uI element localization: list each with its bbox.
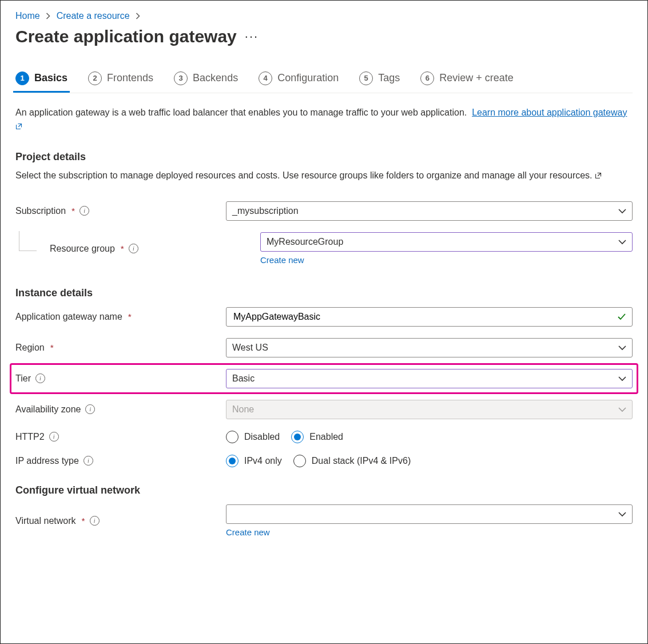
tier-label: Tier xyxy=(15,373,31,384)
required-asterisk: * xyxy=(50,343,54,353)
instance-details-heading: Instance details xyxy=(15,287,633,299)
required-asterisk: * xyxy=(82,516,85,526)
tab-backends[interactable]: 3 Backends xyxy=(174,68,238,92)
tab-step-number: 5 xyxy=(359,71,373,85)
tab-label: Backends xyxy=(193,72,238,84)
tab-step-number: 1 xyxy=(15,71,29,85)
resource-group-value: MyResourceGroup xyxy=(267,237,343,247)
project-details-heading: Project details xyxy=(15,151,633,163)
http2-enabled-radio[interactable]: Enabled xyxy=(291,431,343,443)
app-gateway-name-field[interactable] xyxy=(232,307,613,327)
radio-label: Dual stack (IPv4 & IPv6) xyxy=(312,456,411,466)
page-title: Create application gateway xyxy=(15,26,237,47)
chevron-right-icon xyxy=(136,13,141,19)
virtual-network-label: Virtual network xyxy=(15,516,76,526)
radio-label: Disabled xyxy=(244,432,280,442)
tab-label: Review + create xyxy=(439,72,514,84)
chevron-down-icon xyxy=(618,511,626,517)
intro-text: An application gateway is a web traffic … xyxy=(15,106,633,134)
chevron-right-icon xyxy=(46,13,51,19)
chevron-down-icon xyxy=(618,208,626,214)
tier-value: Basic xyxy=(232,373,255,384)
required-asterisk: * xyxy=(128,312,132,322)
http2-radio-group: Disabled Enabled xyxy=(226,431,633,443)
external-link-icon xyxy=(15,122,22,131)
tab-label: Tags xyxy=(378,72,400,84)
region-label: Region xyxy=(15,343,45,353)
ip-type-label: IP address type xyxy=(15,456,79,466)
ip-type-radio-group: IPv4 only Dual stack (IPv4 & IPv6) xyxy=(226,455,633,467)
info-icon[interactable]: i xyxy=(79,206,89,216)
resource-group-label: Resource group xyxy=(50,244,115,254)
tab-label: Configuration xyxy=(277,72,339,84)
check-icon xyxy=(617,312,626,321)
breadcrumb: Home Create a resource xyxy=(15,11,633,21)
app-gateway-name-label: Application gateway name xyxy=(15,312,122,322)
resource-group-dropdown[interactable]: MyResourceGroup xyxy=(260,232,633,252)
chevron-down-icon xyxy=(618,407,626,412)
subscription-dropdown[interactable]: _mysubscription xyxy=(226,201,633,221)
info-icon[interactable]: i xyxy=(129,244,138,253)
info-icon[interactable]: i xyxy=(85,404,95,414)
tier-dropdown[interactable]: Basic xyxy=(226,369,633,388)
chevron-down-icon xyxy=(618,239,626,245)
intro-copy: An application gateway is a web traffic … xyxy=(15,108,467,117)
http2-disabled-radio[interactable]: Disabled xyxy=(226,431,280,443)
region-dropdown[interactable]: West US xyxy=(226,338,633,357)
dual-stack-radio[interactable]: Dual stack (IPv4 & IPv6) xyxy=(293,455,411,467)
radio-icon xyxy=(291,431,304,443)
radio-label: IPv4 only xyxy=(244,456,282,466)
tab-step-number: 4 xyxy=(259,71,272,85)
availability-zone-dropdown[interactable]: None xyxy=(226,400,633,419)
radio-icon xyxy=(293,455,306,467)
wizard-tabs: 1 Basics 2 Frontends 3 Backends 4 Config… xyxy=(15,68,633,93)
subscription-label: Subscription xyxy=(15,206,66,216)
tab-frontends[interactable]: 2 Frontends xyxy=(88,68,153,92)
availability-zone-value: None xyxy=(232,404,254,415)
info-icon[interactable]: i xyxy=(49,432,59,442)
tab-label: Basics xyxy=(34,72,67,84)
external-link-icon xyxy=(595,171,602,180)
project-details-sub: Select the subscription to manage deploy… xyxy=(15,169,633,183)
radio-label: Enabled xyxy=(309,432,343,442)
radio-icon xyxy=(226,431,238,443)
info-icon[interactable]: i xyxy=(35,373,45,383)
required-asterisk: * xyxy=(71,206,75,216)
tab-basics[interactable]: 1 Basics xyxy=(15,68,67,92)
subscription-value: _mysubscription xyxy=(232,206,299,216)
region-value: West US xyxy=(232,343,268,353)
create-new-vnet-link[interactable]: Create new xyxy=(226,527,270,537)
info-icon[interactable]: i xyxy=(90,516,100,526)
breadcrumb-create-resource[interactable]: Create a resource xyxy=(57,11,130,21)
breadcrumb-home[interactable]: Home xyxy=(15,11,40,21)
virtual-network-dropdown[interactable] xyxy=(226,504,633,524)
tab-step-number: 3 xyxy=(174,71,188,85)
availability-zone-label: Availability zone xyxy=(15,404,81,415)
chevron-down-icon xyxy=(618,345,626,351)
ipv4-only-radio[interactable]: IPv4 only xyxy=(226,455,282,467)
tab-step-number: 2 xyxy=(88,71,102,85)
tab-tags[interactable]: 5 Tags xyxy=(359,68,400,92)
http2-label: HTTP2 xyxy=(15,432,45,442)
more-actions-button[interactable]: ··· xyxy=(242,30,261,43)
info-icon[interactable]: i xyxy=(84,456,93,466)
required-asterisk: * xyxy=(121,244,124,254)
tab-step-number: 6 xyxy=(420,71,434,85)
configure-vnet-heading: Configure virtual network xyxy=(15,484,633,496)
create-new-rg-link[interactable]: Create new xyxy=(260,255,304,265)
tab-configuration[interactable]: 4 Configuration xyxy=(259,68,339,92)
tab-review-create[interactable]: 6 Review + create xyxy=(420,68,514,92)
tab-label: Frontends xyxy=(107,72,153,84)
radio-icon xyxy=(226,455,238,467)
app-gateway-name-input[interactable] xyxy=(226,307,633,327)
chevron-down-icon xyxy=(618,376,626,381)
